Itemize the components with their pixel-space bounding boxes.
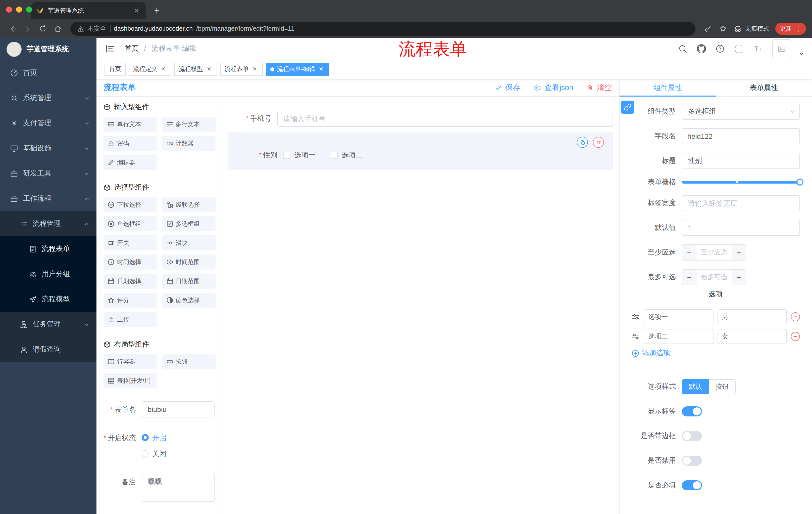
sidebar-item-user-group[interactable]: 用户分组 [0,262,96,287]
sidebar-item-process-form[interactable]: 流程表单 [0,236,96,262]
sidebar-item-system[interactable]: 系统管理 [0,85,96,111]
palette-item-password[interactable]: 密码 [104,136,157,151]
tag-process-form[interactable]: 流程表单 ✕ [220,63,263,76]
palette-item-cascader[interactable]: 级联选择 [162,197,215,212]
back-button[interactable] [6,22,19,35]
new-tab-button[interactable]: + [150,3,164,18]
browser-menu-icon[interactable]: ⋮ [795,25,802,32]
option2-label-input[interactable] [644,329,713,344]
save-button[interactable]: 保存 [495,83,520,92]
palette-item-editor[interactable]: 编辑器 [104,155,157,170]
avatar[interactable] [772,39,791,58]
drag-handle-icon[interactable] [632,332,640,341]
palette-item-counter[interactable]: 123计数器 [162,136,215,151]
minimize-window-button[interactable] [16,6,22,12]
phone-field[interactable]: *手机号 [228,111,613,127]
option1-value-input[interactable] [717,309,787,324]
add-option-button[interactable]: 添加选项 [632,349,800,358]
palette-item-time-range[interactable]: 时间范围 [162,254,215,270]
palette-item-checkbox-group[interactable]: 多选框组 [162,216,215,231]
fullscreen-button[interactable] [733,43,744,54]
sidebar-logo[interactable]: 芋道管理系统 [0,38,96,60]
font-size-button[interactable]: TT [752,43,763,54]
form-name-input[interactable] [142,401,214,417]
browser-update-button[interactable]: 更新 ⋮ [775,23,806,35]
gender-option1-checkbox[interactable]: 选项一 [283,151,316,160]
github-button[interactable] [696,43,707,54]
tag-home[interactable]: 首页 [105,63,126,76]
tag-close-icon[interactable]: ✕ [318,65,325,73]
remove-option-button[interactable] [791,312,800,321]
sidebar-item-workflow[interactable]: 工作流程 [0,186,96,211]
tag-process-definition[interactable]: 流程定义 ✕ [128,63,171,76]
sidebar-item-payment[interactable]: ¥ 支付管理 [0,111,96,136]
title-input[interactable] [682,153,800,169]
palette-item-upload[interactable]: 上传 [104,312,157,327]
password-manager-button[interactable] [701,22,715,35]
field-link-button[interactable] [621,101,634,114]
status-on-radio[interactable]: 开启 [142,430,166,445]
sidebar-item-task-management[interactable]: 任务管理 [0,312,96,337]
label-width-input[interactable] [682,195,800,211]
status-off-radio[interactable]: 关闭 [142,445,166,462]
avatar-dropdown-caret-icon[interactable] [799,51,804,56]
increase-button[interactable]: + [732,245,746,260]
palette-item-row-container[interactable]: 行容器 [104,354,157,369]
maximize-window-button[interactable] [26,6,32,12]
browser-tab[interactable]: 芋道管理系统 ✕ [31,2,146,19]
palette-item-rate[interactable]: 评分 [104,293,157,308]
phone-input[interactable] [278,111,613,127]
address-bar[interactable]: 不安全 dashboard.yudao.iocoder.cn/bpm/manag… [70,22,695,36]
option1-label-input[interactable] [644,309,713,324]
form-canvas[interactable]: *手机号 [222,97,619,514]
border-toggle[interactable] [682,431,702,441]
tag-close-icon[interactable]: ✕ [251,65,258,73]
gender-option2-checkbox[interactable]: 选项二 [330,151,363,160]
palette-item-button[interactable]: 按钮 [162,354,215,369]
palette-item-multi-text[interactable]: 多行文本 [162,117,215,132]
slider-handle[interactable] [796,179,804,186]
close-window-button[interactable] [6,6,12,12]
reload-button[interactable] [36,22,49,35]
sidebar-item-leave-query[interactable]: 请假查询 [0,337,96,362]
style-button-button[interactable]: 按钮 [709,379,736,394]
tag-process-form-edit[interactable]: 流程表单-编辑 ✕ [266,63,329,76]
component-type-select[interactable] [682,104,800,120]
sidebar-item-infrastructure[interactable]: 基础设施 [0,136,96,161]
required-toggle[interactable] [682,480,702,490]
palette-item-time-picker[interactable]: 时间选择 [104,254,157,270]
tab-close-icon[interactable]: ✕ [133,6,141,15]
tag-close-icon[interactable]: ✕ [205,65,212,73]
palette-item-date-picker[interactable]: 日期选择 [104,274,157,289]
palette-item-date-range[interactable]: 日期范围 [162,274,215,289]
default-value-input[interactable] [682,220,800,236]
breadcrumb-home[interactable]: 首页 [125,44,139,52]
copy-component-button[interactable] [577,137,588,148]
delete-component-button[interactable] [593,137,604,148]
tab-form-props[interactable]: 表单属性 [716,79,812,96]
palette-item-single-text[interactable]: 单行文本 [104,117,157,132]
palette-item-slider[interactable]: 滑块 [162,235,215,250]
sidebar-item-home[interactable]: 首页 [0,60,96,85]
tag-process-model[interactable]: 流程模型 ✕ [174,63,217,76]
sidebar-item-process-model[interactable]: 流程模型 [0,287,96,312]
option2-value-input[interactable] [717,329,787,344]
view-json-button[interactable]: 查看json [533,83,573,92]
decrease-button[interactable]: − [683,270,696,285]
style-default-button[interactable]: 默认 [682,379,709,394]
show-label-toggle[interactable] [682,406,702,416]
palette-item-radio-group[interactable]: 单选框组 [104,216,157,231]
palette-item-color-picker[interactable]: 颜色选择 [162,293,215,308]
palette-item-select[interactable]: 下拉选择 [104,197,157,212]
remove-option-button[interactable] [791,332,800,341]
grid-slider[interactable] [682,179,800,186]
tag-close-icon[interactable]: ✕ [160,65,167,73]
decrease-button[interactable]: − [683,245,696,260]
remark-textarea[interactable]: 嘿嘿 [142,474,214,502]
increase-button[interactable]: + [732,270,746,285]
palette-item-switch[interactable]: 开关 [104,235,157,250]
sidebar-item-process-management[interactable]: 流程管理 [0,211,96,236]
drag-handle-icon[interactable] [632,313,640,321]
forward-button[interactable] [21,22,34,35]
tab-component-props[interactable]: 组件属性 [619,79,716,96]
